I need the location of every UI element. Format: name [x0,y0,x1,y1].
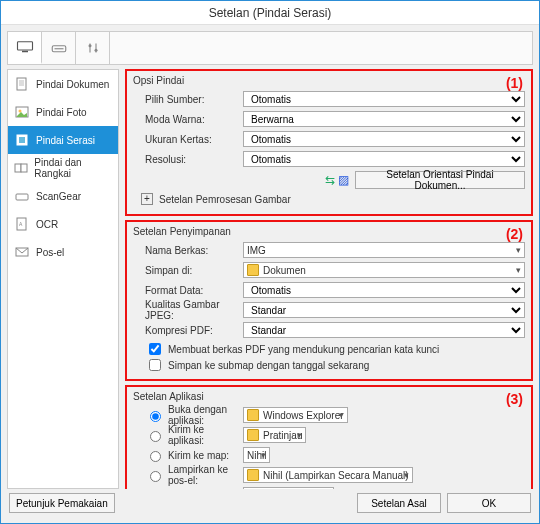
svg-point-7 [94,49,97,52]
tab-preferences[interactable] [76,32,110,64]
plus-icon: + [141,193,153,205]
open-with-label: Buka dengan aplikasi: [168,404,243,426]
sliders-icon [84,41,102,55]
source-label: Pilih Sumber: [133,94,243,105]
start-ocr-select[interactable]: Output ke Teks [243,487,334,489]
send-to-app-radio[interactable] [150,431,161,442]
sidebar-item-custom[interactable]: Pindai Serasi [8,126,118,154]
pdf-keyword-label: Membuat berkas PDF yang mendukung pencar… [168,344,439,355]
sidebar-item-ocr[interactable]: A OCR [8,210,118,238]
sidebar-item-label: Pos-el [36,247,64,258]
svg-rect-0 [17,42,32,50]
svg-rect-8 [17,78,26,90]
subfolder-date-checkbox[interactable] [149,359,161,371]
section-tag-2: (2) [506,226,523,242]
sidebar-item-label: OCR [36,219,58,230]
section-legend: Setelan Penyimpanan [133,226,525,237]
resolution-select[interactable]: Otomatis [243,151,525,167]
subfolder-date-label: Simpan ke submap dengan tanggal sekarang [168,360,369,371]
folder-icon [247,264,259,276]
section-app-settings: (3) Setelan Aplikasi Buka dengan aplikas… [125,385,533,489]
top-tabbar [7,31,533,65]
format-select[interactable]: Otomatis [243,282,525,298]
send-to-app-label: Kirim ke aplikasi: [168,424,243,446]
send-to-folder-label: Kirim ke map: [168,450,229,461]
resolution-label: Resolusi: [133,154,243,165]
svg-rect-18 [16,194,28,200]
sidebar-item-label: Pindai Foto [36,107,87,118]
tab-from-scanner[interactable] [42,32,76,64]
orientation-settings-button[interactable]: Setelan Orientasi Pindai Dokumen... [355,171,525,189]
pdf-keyword-checkbox[interactable] [149,343,161,355]
attach-email-label: Lampirkan ke pos-el: [168,464,243,486]
custom-icon [14,133,30,147]
filename-label: Nama Berkas: [133,245,243,256]
document-icon [14,77,30,91]
main-panel: (1) Opsi Pindai Pilih Sumber: Otomatis M… [119,69,533,489]
svg-rect-15 [19,137,25,143]
sidebar-item-label: ScanGear [36,191,81,202]
svg-point-5 [88,44,91,47]
bottom-bar: Petunjuk Pemakaian Setelan Asal OK [7,489,533,517]
window-title: Setelan (Pindai Serasi) [209,6,332,20]
jpeg-label: Kualitas Gambar JPEG: [133,299,243,321]
scangear-icon [14,189,30,203]
section-tag-1: (1) [506,75,523,91]
color-select[interactable]: Berwarna [243,111,525,127]
color-label: Moda Warna: [133,114,243,125]
sidebar-item-scangear[interactable]: ScanGear [8,182,118,210]
format-label: Format Data: [133,285,243,296]
sidebar-item-label: Pindai Serasi [36,135,95,146]
sidebar-item-document[interactable]: Pindai Dokumen [8,70,118,98]
sidebar-item-stitch[interactable]: Pindai dan Rangkai [8,154,118,182]
paper-select[interactable]: Otomatis [243,131,525,147]
filename-field[interactable]: IMG [243,242,525,258]
instructions-button[interactable]: Petunjuk Pemakaian [9,493,115,513]
send-to-folder-select[interactable]: Nihil [243,447,270,463]
section-scan-options: (1) Opsi Pindai Pilih Sumber: Otomatis M… [125,69,533,216]
pdfcomp-label: Kompresi PDF: [133,325,243,336]
settings-window: Setelan (Pindai Serasi) Pindai Dokumen [0,0,540,524]
mail-icon [14,245,30,259]
section-tag-3: (3) [506,391,523,407]
monitor-icon [16,40,34,54]
savein-label: Simpan di: [133,265,243,276]
sidebar: Pindai Dokumen Pindai Foto Pindai Serasi… [7,69,119,489]
svg-rect-1 [22,51,28,53]
section-save-settings: (2) Setelan Penyimpanan Nama Berkas: IMG… [125,220,533,381]
folder-icon [247,469,259,481]
content-area: Pindai Dokumen Pindai Foto Pindai Serasi… [1,25,539,523]
attach-email-radio[interactable] [150,471,161,482]
send-to-app-select[interactable]: Pratinjau [243,427,306,443]
section-legend: Setelan Aplikasi [133,391,525,402]
sidebar-item-label: Pindai dan Rangkai [34,157,112,179]
sidebar-item-photo[interactable]: Pindai Foto [8,98,118,126]
scanner-icon [50,41,68,55]
paper-label: Ukuran Kertas: [133,134,243,145]
ocr-icon: A [14,217,30,231]
sidebar-item-email[interactable]: Pos-el [8,238,118,266]
image-processing-expander[interactable]: + Setelan Pemrosesan Gambar [133,190,525,208]
open-with-select[interactable]: Windows Explorer [243,407,348,423]
stitch-icon [14,161,28,175]
jpeg-select[interactable]: Standar [243,302,525,318]
folder-icon [247,429,259,441]
pdfcomp-select[interactable]: Standar [243,322,525,338]
sidebar-item-label: Pindai Dokumen [36,79,109,90]
folder-icon [247,409,259,421]
swap-icon[interactable]: ⇆ ▨ [325,173,349,187]
photo-icon [14,105,30,119]
svg-rect-17 [21,164,27,172]
titlebar: Setelan (Pindai Serasi) [1,1,539,25]
source-select[interactable]: Otomatis [243,91,525,107]
savein-select[interactable]: Dokumen [243,262,525,278]
defaults-button[interactable]: Setelan Asal [357,493,441,513]
image-processing-label: Setelan Pemrosesan Gambar [159,194,291,205]
open-with-radio[interactable] [150,411,161,422]
section-legend: Opsi Pindai [133,75,525,86]
send-to-folder-radio[interactable] [150,451,161,462]
attach-email-select[interactable]: Nihil (Lampirkan Secara Manual) [243,467,413,483]
tab-from-computer[interactable] [8,32,42,64]
svg-rect-16 [15,164,21,172]
ok-button[interactable]: OK [447,493,531,513]
